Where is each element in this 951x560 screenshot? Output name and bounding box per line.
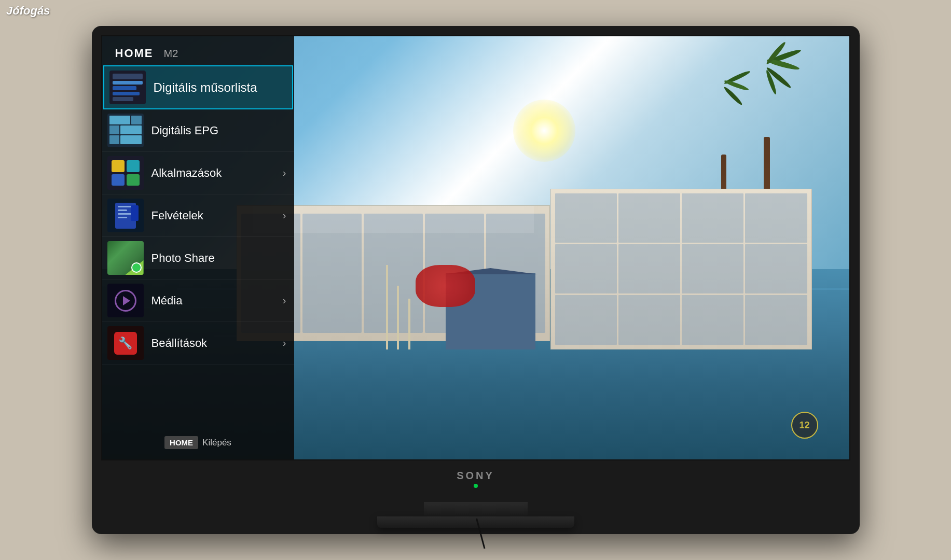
- menu-item-settings[interactable]: 🔧 Beállítások ›: [102, 322, 294, 365]
- menu-item-apps-label: Alkalmazások: [151, 166, 279, 180]
- tv-bezel-bottom: SONY: [101, 460, 850, 502]
- home-menu: HOME M2 Digitális műsorli: [102, 36, 294, 459]
- menu-item-photoshare[interactable]: Photo Share: [102, 237, 294, 279]
- menu-item-apps-arrow: ›: [283, 167, 286, 179]
- tv-cable: [476, 519, 485, 549]
- menu-item-musorlista[interactable]: Digitális műsorlista: [103, 65, 293, 109]
- red-flowers: [416, 265, 475, 307]
- menu-header: HOME M2: [102, 36, 294, 65]
- tv-list-icon: [109, 71, 146, 104]
- menu-item-apps[interactable]: Alkalmazások ›: [102, 152, 294, 194]
- menu-item-recordings-label: Felvételek: [151, 209, 279, 222]
- menu-footer: HOME Kilépés: [102, 436, 294, 449]
- menu-item-recordings[interactable]: Felvételek ›: [102, 194, 294, 237]
- menu-item-media-arrow: ›: [283, 295, 286, 306]
- menu-home-title: HOME: [115, 47, 154, 60]
- menu-subtitle: M2: [164, 48, 178, 60]
- sun-burst: [513, 100, 575, 162]
- menu-item-epg[interactable]: Digitális EPG: [102, 109, 294, 152]
- menu-item-settings-label: Beállítások: [151, 337, 279, 350]
- tv-outer: 12 HOME M2: [92, 26, 860, 534]
- recordings-icon: [107, 199, 144, 232]
- tv-brand: SONY: [457, 470, 494, 482]
- menu-item-epg-label: Digitális EPG: [151, 124, 286, 137]
- tv-power-led: [474, 484, 478, 488]
- apps-icon: [107, 156, 144, 190]
- menu-item-musorlista-label: Digitális műsorlista: [154, 80, 284, 95]
- menu-item-settings-arrow: ›: [283, 337, 286, 349]
- menu-item-recordings-arrow: ›: [283, 209, 286, 221]
- tv-stand-base: [377, 516, 574, 528]
- wrench-icon: 🔧: [118, 337, 132, 350]
- footer-home-badge: HOME: [164, 436, 198, 449]
- menu-item-media-label: Média: [151, 294, 279, 307]
- menu-items-list: Digitális műsorlista: [102, 65, 294, 365]
- tv-stand-neck: [424, 502, 528, 516]
- rating-badge: 12: [791, 412, 818, 439]
- jofog-watermark: Jófogás: [6, 4, 50, 18]
- dock-post: [386, 265, 388, 349]
- epg-icon: [107, 114, 144, 147]
- photo-share-icon: [107, 241, 144, 275]
- media-icon: [107, 284, 144, 317]
- settings-icon: 🔧: [107, 326, 144, 360]
- menu-item-photoshare-label: Photo Share: [151, 251, 286, 265]
- building-right: [550, 189, 812, 349]
- tv-screen: 12 HOME M2: [101, 35, 850, 460]
- menu-item-media[interactable]: Média ›: [102, 279, 294, 322]
- footer-exit-label: Kilépés: [202, 438, 231, 448]
